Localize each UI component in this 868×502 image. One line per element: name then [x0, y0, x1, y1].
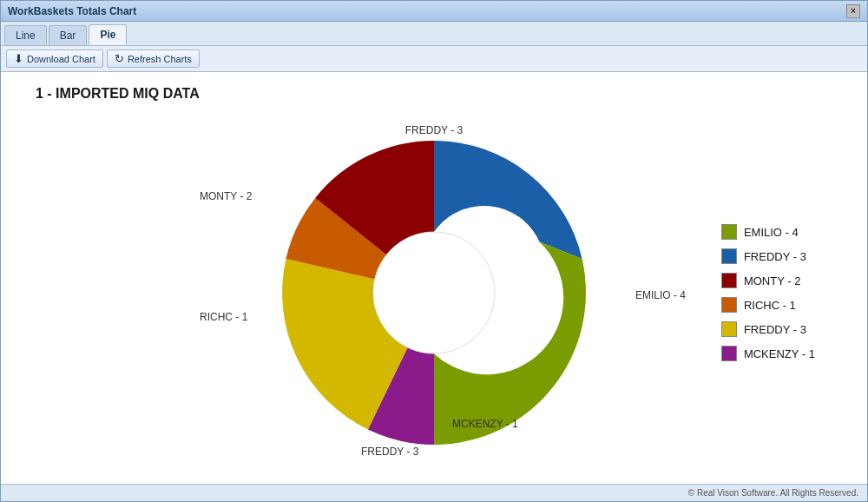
- legend: EMILIO - 4 FREDDY - 3 MONTY - 2 RICHC - …: [721, 224, 815, 361]
- legend-label-monty: MONTY - 2: [744, 274, 801, 287]
- label-freddy-bottom: FREDDY - 3: [361, 446, 418, 458]
- donut-chart: FREDDY - 3 EMILIO - 4 MCKENZY - 1 FREDDY…: [252, 110, 616, 475]
- donut-hole: [373, 232, 495, 353]
- legend-color-monty: [721, 273, 737, 288]
- legend-item-freddy-yellow: FREDDY - 3: [721, 321, 815, 337]
- close-button[interactable]: ×: [846, 4, 860, 18]
- tabs-bar: Line Bar Pie: [1, 22, 867, 46]
- legend-color-freddy-yellow: [721, 321, 737, 337]
- legend-label-freddy-yellow: FREDDY - 3: [744, 323, 806, 336]
- legend-item-freddy-blue: FREDDY - 3: [721, 248, 815, 264]
- tab-pie[interactable]: Pie: [89, 24, 127, 45]
- refresh-charts-button[interactable]: ↻ Refresh Charts: [107, 50, 200, 68]
- legend-item-richc: RICHC - 1: [721, 297, 815, 313]
- label-monty: MONTY - 2: [200, 190, 252, 202]
- legend-color-freddy-blue: [721, 248, 737, 264]
- legend-label-mckenzy: MCKENZY - 1: [744, 347, 815, 360]
- legend-label-freddy-blue: FREDDY - 3: [744, 250, 806, 263]
- legend-label-richc: RICHC - 1: [744, 299, 796, 312]
- title-bar: WorkBaskets Totals Chart ×: [1, 1, 867, 22]
- content-area: 1 - IMPORTED MIQ DATA FREDDY - 3 EMILIO …: [1, 72, 867, 484]
- legend-color-emilio: [721, 224, 737, 240]
- status-bar: © Real Vison Software. All Rights Reserv…: [1, 484, 867, 501]
- legend-item-mckenzy: MCKENZY - 1: [721, 346, 815, 361]
- label-mckenzy: MCKENZY - 1: [452, 418, 518, 430]
- legend-color-mckenzy: [721, 346, 737, 361]
- tab-line[interactable]: Line: [4, 25, 47, 45]
- toolbar: ⬇ Download Chart ↻ Refresh Charts: [1, 46, 867, 72]
- refresh-charts-label: Refresh Charts: [128, 54, 192, 64]
- download-icon: ⬇: [14, 52, 23, 65]
- refresh-icon: ↻: [115, 52, 124, 65]
- status-text: © Real Vison Software. All Rights Reserv…: [688, 488, 858, 498]
- label-emilio: EMILIO - 4: [635, 289, 686, 301]
- chart-container: FREDDY - 3 EMILIO - 4 MCKENZY - 1 FREDDY…: [1, 102, 867, 484]
- download-chart-button[interactable]: ⬇ Download Chart: [6, 50, 103, 68]
- label-richc: RICHC - 1: [200, 311, 247, 323]
- tab-bar[interactable]: Bar: [49, 25, 88, 45]
- label-freddy-top: FREDDY - 3: [405, 124, 463, 136]
- download-chart-label: Download Chart: [27, 54, 95, 64]
- main-window: WorkBaskets Totals Chart × Line Bar Pie …: [0, 0, 868, 502]
- window-title: WorkBaskets Totals Chart: [8, 5, 136, 17]
- legend-color-richc: [721, 297, 737, 313]
- legend-item-monty: MONTY - 2: [721, 273, 815, 288]
- donut-svg: [252, 110, 616, 475]
- legend-label-emilio: EMILIO - 4: [744, 226, 799, 239]
- chart-title: 1 - IMPORTED MIQ DATA: [1, 72, 867, 102]
- legend-item-emilio: EMILIO - 4: [721, 224, 815, 240]
